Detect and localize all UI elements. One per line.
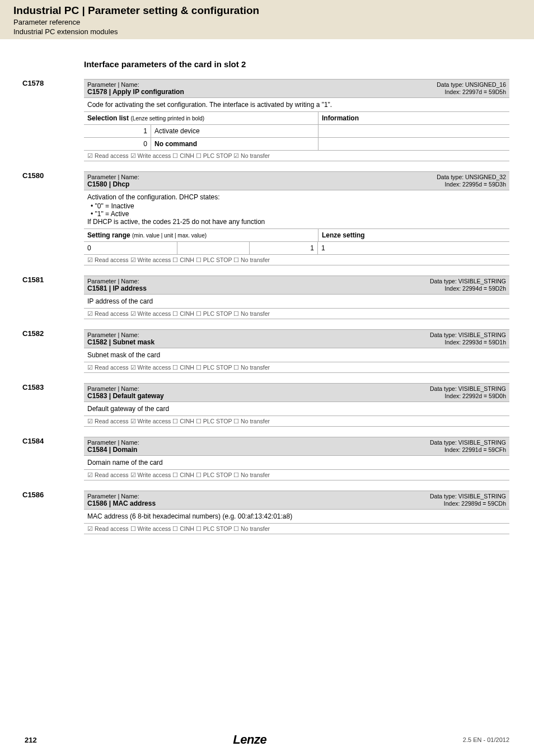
index-value: Index: 22992d = 59D0h <box>430 393 506 400</box>
selection-header: Selection list (Lenze setting printed in… <box>84 112 509 125</box>
param-c1586: C1586 Parameter | Name: C1586 | MAC addr… <box>84 491 509 534</box>
row-info <box>318 125 509 137</box>
code-label: C1586 <box>22 491 44 499</box>
data-type: Data type: VISIBLE_STRING <box>430 493 506 500</box>
lenze-logo: Lenze <box>233 732 266 746</box>
index-value: Index: 22993d = 59D1h <box>430 339 506 346</box>
setting-header-right: Lenze setting <box>318 229 509 241</box>
setting-min: 0 <box>84 242 177 254</box>
sel-header-right: Information <box>318 112 509 124</box>
access-row: ☑ Read access ☑ Write access ☐ CINH ☐ PL… <box>84 309 509 319</box>
param-header: Parameter | Name: C1578 | Apply IP confi… <box>84 79 509 98</box>
param-c1580: C1580 Parameter | Name: C1580 | Dhcp Dat… <box>84 171 509 265</box>
row-label: Activate device <box>151 125 318 137</box>
data-type: Data type: UNSIGNED_32 <box>437 174 506 181</box>
selection-row: 1 Activate device <box>84 125 509 138</box>
desc-line: Activation of the configuration. DHCP st… <box>87 193 220 201</box>
param-description: IP address of the card <box>84 295 509 309</box>
param-title: C1580 | Dhcp <box>87 180 139 188</box>
data-type: Data type: VISIBLE_STRING <box>430 385 506 393</box>
setting-max: 1 <box>250 242 318 254</box>
data-type: Data type: VISIBLE_STRING <box>430 278 506 285</box>
header-bar: Industrial PC | Parameter setting & conf… <box>0 0 534 39</box>
setting-lenze: 1 <box>318 242 509 254</box>
param-c1583: C1583 Parameter | Name: C1583 | Default … <box>84 383 509 427</box>
param-name-label: Parameter | Name: <box>87 385 164 392</box>
code-label: C1578 <box>22 79 44 87</box>
data-type: Data type: UNSIGNED_16 <box>437 81 506 88</box>
param-name-label: Parameter | Name: <box>87 493 156 500</box>
param-description: MAC address (6 8-bit hexadecimal numbers… <box>84 510 509 524</box>
param-description: Domain name of the card <box>84 456 509 470</box>
data-type: Data type: VISIBLE_STRING <box>430 439 506 446</box>
setting-row: 0 1 1 <box>84 242 509 255</box>
param-header: Parameter | Name: C1582 | Subnet mask Da… <box>84 329 509 348</box>
row-info <box>318 138 509 150</box>
setting-unit <box>177 242 250 254</box>
footer-logo: Lenze <box>37 732 463 747</box>
sub-breadcrumb-2: Industrial PC extension modules <box>13 27 521 36</box>
page-footer: 212 Lenze 2.5 EN - 01/2012 <box>0 732 534 747</box>
row-num: 0 <box>84 138 151 150</box>
param-name-label: Parameter | Name: <box>87 278 147 284</box>
data-type: Data type: VISIBLE_STRING <box>430 332 506 339</box>
param-title: C1578 | Apply IP configuration <box>87 88 184 96</box>
access-row: ☑ Read access ☑ Write access ☐ CINH ☐ PL… <box>84 151 509 161</box>
index-value: Index: 22989d = 59CDh <box>430 500 506 507</box>
code-label: C1583 <box>22 383 44 391</box>
param-title: C1583 | Default gateway <box>87 392 164 400</box>
row-label: No command <box>151 138 318 150</box>
sub-breadcrumb-1: Parameter reference <box>13 18 521 26</box>
setting-header: Setting range (min. value | unit | max. … <box>84 229 509 242</box>
param-c1584: C1584 Parameter | Name: C1584 | Domain D… <box>84 437 509 480</box>
param-name-label: Parameter | Name: <box>87 174 139 180</box>
param-header: Parameter | Name: C1581 | IP address Dat… <box>84 276 509 295</box>
param-c1578: C1578 Parameter | Name: C1578 | Apply IP… <box>84 79 509 161</box>
code-label: C1582 <box>22 329 44 338</box>
access-row: ☑ Read access ☑ Write access ☐ CINH ☐ PL… <box>84 362 509 373</box>
desc-bullet: "0" = Inactive <box>91 202 506 210</box>
access-row: ☑ Read access ☑ Write access ☐ CINH ☐ PL… <box>84 416 509 427</box>
access-row: ☑ Read access ☑ Write access ☐ CINH ☐ PL… <box>84 255 509 265</box>
breadcrumb: Industrial PC | Parameter setting & conf… <box>13 4 521 17</box>
param-c1582: C1582 Parameter | Name: C1582 | Subnet m… <box>84 329 509 373</box>
param-title: C1581 | IP address <box>87 284 147 292</box>
param-header: Parameter | Name: C1586 | MAC address Da… <box>84 491 509 510</box>
selection-row: 0 No command <box>84 138 509 151</box>
param-header: Parameter | Name: C1580 | Dhcp Data type… <box>84 171 509 190</box>
code-label: C1580 <box>22 171 44 180</box>
row-num: 1 <box>84 125 151 137</box>
param-name-label: Parameter | Name: <box>87 439 139 446</box>
setting-header-left-small: (min. value | unit | max. value) <box>132 232 207 239</box>
param-title: C1584 | Domain <box>87 446 139 454</box>
code-label: C1581 <box>22 276 44 284</box>
code-label: C1584 <box>22 437 44 445</box>
param-description: Code for activating the set configuratio… <box>84 98 509 112</box>
access-row: ☑ Read access ☐ Write access ☐ CINH ☐ PL… <box>84 524 509 534</box>
index-value: Index: 22994d = 59D2h <box>430 285 506 292</box>
section-title: Interface parameters of the card in slot… <box>84 59 509 69</box>
param-title: C1582 | Subnet mask <box>87 338 154 346</box>
index-value: Index: 22991d = 59CFh <box>430 446 506 454</box>
desc-bullet: "1" = Active <box>91 210 506 218</box>
param-description: Activation of the configuration. DHCP st… <box>84 190 509 229</box>
access-row: ☑ Read access ☑ Write access ☐ CINH ☐ PL… <box>84 470 509 480</box>
param-c1581: C1581 Parameter | Name: C1581 | IP addre… <box>84 276 509 319</box>
param-name-label: Parameter | Name: <box>87 81 184 88</box>
desc-after: If DHCP is active, the codes 21-25 do no… <box>87 218 265 226</box>
param-name-label: Parameter | Name: <box>87 332 154 338</box>
param-description: Default gateway of the card <box>84 402 509 416</box>
index-value: Index: 22997d = 59D5h <box>437 88 506 96</box>
sel-header-left-small: (Lenze setting printed in bold) <box>130 115 204 122</box>
footer-version: 2.5 EN - 01/2012 <box>463 736 509 743</box>
param-title: C1586 | MAC address <box>87 500 156 507</box>
setting-header-left: Setting range <box>87 231 130 239</box>
page-number: 212 <box>25 736 37 744</box>
content-area: Interface parameters of the card in slot… <box>0 39 534 558</box>
param-header: Parameter | Name: C1583 | Default gatewa… <box>84 383 509 402</box>
sel-header-left: Selection list <box>87 114 129 122</box>
index-value: Index: 22995d = 59D3h <box>437 181 506 188</box>
param-description: Subnet mask of the card <box>84 348 509 362</box>
param-header: Parameter | Name: C1584 | Domain Data ty… <box>84 437 509 456</box>
